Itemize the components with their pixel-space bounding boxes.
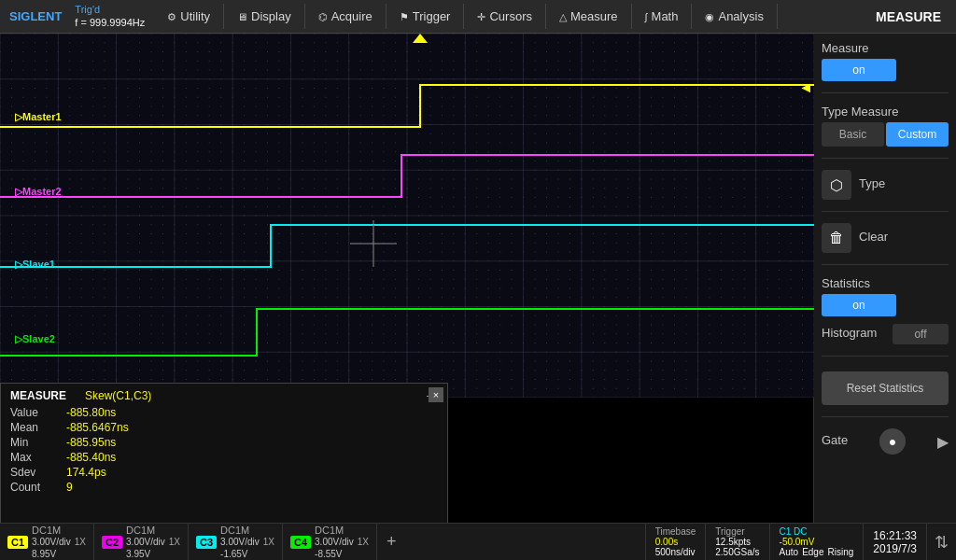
divider-3: [822, 211, 949, 212]
menu-analysis[interactable]: ◉Analysis: [692, 4, 777, 29]
statistics-section: Statistics on: [822, 276, 949, 316]
basic-btn[interactable]: Basic: [822, 122, 884, 147]
measure-toggle[interactable]: on: [822, 59, 896, 81]
menu-items: ⚙Utility 🖥Display ⌬Acquire ⚑Trigger ✛Cur…: [154, 4, 778, 29]
divider-1: [822, 92, 949, 93]
ch2-info: DC1M 3.00V/div 3.95V: [126, 525, 165, 560]
menu-acquire[interactable]: ⌬Acquire: [305, 4, 387, 29]
ch2-badge[interactable]: C2: [102, 536, 122, 549]
statistics-toggle[interactable]: on: [822, 294, 896, 316]
meas-count-row: Count 9: [10, 481, 438, 494]
trigger-block: C1 DC -50.0mV Auto Edge Rising: [770, 524, 865, 560]
trigger-arrow: ◄: [798, 80, 813, 95]
usb-icon: ⇅: [927, 524, 956, 560]
time-display: 16:21:33 2019/7/3: [864, 524, 927, 560]
ch4-label: ▷Slave2: [11, 332, 59, 346]
trig-info: Trig'd f = 999.9994Hz: [75, 4, 145, 28]
histogram-title: Histogram: [822, 326, 877, 340]
ch3-status: C3 DC1M 3.00V/div -1.65V 1X: [189, 524, 283, 560]
divider-6: [822, 416, 949, 417]
gate-button[interactable]: ●: [879, 428, 906, 455]
ch3-info: DC1M 3.00V/div -1.65V: [220, 525, 260, 560]
add-channel-btn[interactable]: +: [377, 524, 406, 560]
sample-block: Trigger 12.5kpts 2.50GSa/s: [706, 524, 769, 560]
ch1-mag: 1X: [75, 537, 86, 547]
gate-label: Gate: [822, 433, 848, 447]
meas-title: MEASURE: [10, 389, 66, 402]
ch3-badge[interactable]: C3: [196, 536, 217, 549]
menu-display[interactable]: 🖥Display: [224, 4, 305, 29]
menu-bar: SIGLENT Trig'd f = 999.9994Hz ⚙Utility 🖥…: [0, 0, 956, 34]
ch1-badge[interactable]: C1: [7, 536, 28, 549]
timebase-block: Timebase 0.00s 500ns/div: [646, 524, 707, 560]
meas-sdev-row: Sdev 174.4ps: [10, 466, 438, 479]
divider-2: [822, 158, 949, 159]
ch1-status: C1 DC1M 3.00V/div 8.95V 1X: [0, 524, 94, 560]
histogram-toggle[interactable]: off: [893, 324, 949, 344]
status-bar: C1 DC1M 3.00V/div 8.95V 1X C2 DC1M 3.00V…: [0, 523, 956, 560]
gate-row: Gate ● ▶: [822, 428, 949, 455]
measure-panel-close[interactable]: ×: [429, 387, 443, 402]
divider-4: [822, 264, 949, 265]
ch3-label: ▷Slave1: [11, 258, 59, 272]
menu-cursors[interactable]: ✛Cursors: [464, 4, 546, 29]
ch2-label: ▷Master2: [11, 185, 65, 199]
type-icon: ⬡: [822, 170, 851, 200]
scope-area: ▷Master1 ▷Master2 ▷Slave1 ▷Slave2 ◄ × ME…: [0, 34, 814, 523]
measure-panel: × MEASURE Skew(C1,C3) — Value -885.80ns …: [0, 383, 448, 523]
reset-statistics-btn[interactable]: Reset Statistics: [822, 371, 949, 405]
ch4-mag: 1X: [358, 537, 369, 547]
meas-func: Skew(C1,C3): [85, 389, 151, 402]
type-measure-group: Basic Custom: [822, 122, 949, 147]
main-area: ▷Master1 ▷Master2 ▷Slave1 ▷Slave2 ◄ × ME…: [0, 34, 956, 523]
clear-icon: 🗑: [822, 223, 851, 253]
meas-value-row: Value -885.80ns: [10, 406, 438, 419]
gate-arrow-icon[interactable]: ▶: [937, 433, 949, 451]
ch1-label: ▷Master1: [11, 110, 65, 124]
menu-measure[interactable]: △Measure: [546, 4, 632, 29]
type-label: Type: [859, 176, 885, 190]
ch1-info: DC1M 3.00V/div 8.95V: [32, 525, 71, 560]
histogram-row: Histogram off: [822, 324, 949, 344]
panel-title: MEASURE: [861, 9, 956, 24]
type-row[interactable]: ⬡ Type: [822, 170, 949, 200]
menu-trigger[interactable]: ⚑Trigger: [387, 4, 465, 29]
right-panel: Measure on Type Measure Basic Custom ⬡ T…: [814, 34, 956, 523]
type-measure-section: Type Measure Basic Custom: [822, 105, 949, 147]
menu-math[interactable]: ∫Math: [632, 4, 693, 29]
measure-section-title: Measure: [822, 41, 949, 55]
meas-min-row: Min -885.95ns: [10, 436, 438, 449]
ch4-badge[interactable]: C4: [290, 536, 311, 549]
meas-max-row: Max -885.40ns: [10, 451, 438, 464]
statistics-title: Statistics: [822, 276, 949, 290]
ch4-status: C4 DC1M 3.00V/div -8.55V 1X: [283, 524, 377, 560]
meas-mean-row: Mean -885.6467ns: [10, 421, 438, 434]
brand-logo: SIGLENT: [0, 9, 71, 23]
clear-label: Clear: [859, 230, 888, 244]
divider-5: [822, 356, 949, 357]
scope-info: Timebase 0.00s 500ns/div Trigger 12.5kpt…: [645, 524, 956, 560]
type-measure-title: Type Measure: [822, 105, 949, 119]
custom-btn[interactable]: Custom: [886, 122, 949, 147]
ch4-info: DC1M 3.00V/div -8.55V: [315, 525, 354, 560]
menu-utility[interactable]: ⚙Utility: [154, 4, 224, 29]
waveform-canvas: [0, 34, 814, 398]
ch3-mag: 1X: [263, 537, 274, 547]
measure-section: Measure on: [822, 41, 949, 81]
ch2-mag: 1X: [169, 537, 180, 547]
ch2-status: C2 DC1M 3.00V/div 3.95V 1X: [94, 524, 189, 560]
clear-row[interactable]: 🗑 Clear: [822, 223, 949, 253]
